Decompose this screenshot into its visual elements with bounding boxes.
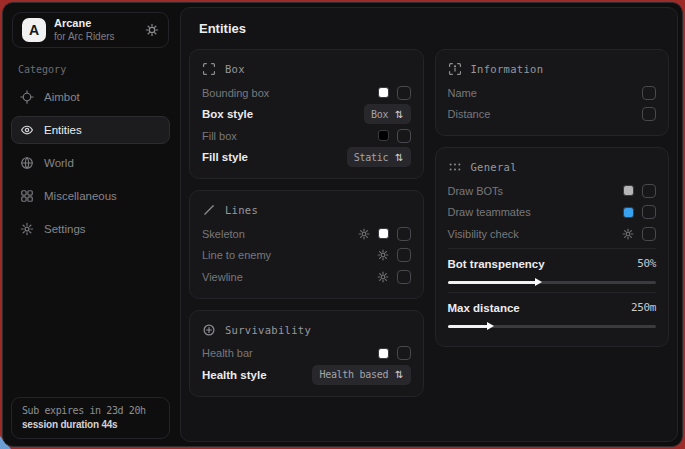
globe-icon — [20, 156, 34, 170]
color-swatch[interactable] — [378, 228, 389, 239]
panel-title: Lines — [225, 204, 258, 216]
setting-label: Fill box — [202, 130, 237, 142]
setting-row-box-style: Box style Box ⇅ — [202, 104, 411, 126]
sidebar-item-label: Miscellaneous — [44, 190, 117, 202]
slider-thumb[interactable] — [487, 322, 494, 330]
row-gear-icon[interactable] — [377, 249, 389, 261]
category-label: Category — [18, 64, 178, 75]
panel-title: Information — [471, 63, 544, 75]
color-swatch[interactable] — [378, 130, 389, 141]
box-style-select[interactable]: Box ⇅ — [364, 104, 411, 124]
sidebar-item-world[interactable]: World — [11, 149, 170, 177]
checkbox[interactable] — [397, 270, 411, 284]
row-gear-icon[interactable] — [377, 271, 389, 283]
panel-title: Survivability — [225, 324, 311, 336]
setting-label: Draw teammates — [448, 206, 531, 218]
checkbox[interactable] — [642, 205, 656, 219]
color-swatch[interactable] — [623, 207, 634, 218]
setting-label: Bounding box — [202, 87, 269, 99]
setting-label: Bot transpenency — [448, 258, 545, 270]
setting-label: Name — [448, 87, 477, 99]
row-gear-icon[interactable] — [358, 228, 370, 240]
sidebar-item-miscellaneous[interactable]: Miscellaneous — [11, 182, 170, 210]
setting-row-visibility-check: Visibility check — [448, 223, 657, 245]
setting-row-health-bar: Health bar — [202, 343, 411, 365]
setting-label: Max distance — [448, 302, 520, 314]
sidebar-item-label: Settings — [44, 223, 86, 235]
setting-row-distance: Distance — [448, 104, 657, 126]
circle-plus-icon — [202, 323, 216, 337]
setting-row-draw-bots: Draw BOTs — [448, 180, 657, 202]
setting-row-bounding-box: Bounding box — [202, 82, 411, 104]
panel-information: Information Name Distance — [435, 49, 670, 136]
sub-expiry-text: Sub expires in 23d 20h — [22, 405, 159, 416]
setting-label: Box style — [202, 108, 253, 120]
checkbox[interactable] — [397, 346, 411, 360]
sidebar-nav: Aimbot Entities World — [3, 83, 178, 243]
max-distance-slider[interactable] — [448, 325, 657, 328]
sidebar-item-label: Entities — [44, 124, 82, 136]
checkbox[interactable] — [397, 227, 411, 241]
app-logo-avatar: A — [22, 18, 46, 42]
left-column: Box Bounding box Box style Box ⇅ — [189, 49, 424, 408]
setting-row-fill-style: Fill style Static ⇅ — [202, 147, 411, 169]
checkbox[interactable] — [642, 227, 656, 241]
setting-row-fill-box: Fill box — [202, 125, 411, 147]
updown-arrows-icon: ⇅ — [395, 109, 403, 120]
checkbox[interactable] — [397, 248, 411, 262]
setting-label: Distance — [448, 108, 491, 120]
setting-label: Draw BOTs — [448, 185, 504, 197]
session-duration-text: session duration 44s — [22, 419, 159, 430]
main-content: Entities Box Bounding box — [180, 7, 678, 442]
info-frame-icon — [448, 62, 462, 76]
crosshair-icon — [20, 90, 34, 104]
fill-style-select[interactable]: Static ⇅ — [347, 147, 411, 167]
color-swatch[interactable] — [378, 348, 389, 359]
row-gear-icon[interactable] — [622, 228, 634, 240]
setting-row-draw-teammates: Draw teammates — [448, 202, 657, 224]
checkbox[interactable] — [642, 86, 656, 100]
slider-value: 250m — [631, 301, 656, 314]
checkbox[interactable] — [397, 129, 411, 143]
updown-arrows-icon: ⇅ — [395, 369, 403, 380]
panel-title: Box — [225, 63, 245, 75]
sidebar: A Arcane for Arc Riders Category — [3, 3, 178, 446]
sidebar-item-settings[interactable]: Settings — [11, 215, 170, 243]
eye-icon — [20, 123, 34, 137]
checkbox[interactable] — [397, 86, 411, 100]
checkbox[interactable] — [642, 107, 656, 121]
dots-grid-icon — [448, 160, 462, 174]
setting-label: Skeleton — [202, 228, 245, 240]
select-value: Health based — [319, 369, 388, 380]
setting-row-bot-transparency: Bot transpenency 50% — [448, 248, 657, 284]
box-corners-icon — [202, 62, 216, 76]
setting-label: Fill style — [202, 151, 248, 163]
color-swatch[interactable] — [623, 185, 634, 196]
setting-label: Viewline — [202, 271, 243, 283]
select-value: Box — [371, 109, 388, 120]
app-window: A Arcane for Arc Riders Category — [2, 2, 683, 447]
setting-row-health-style: Health style Health based ⇅ — [202, 364, 411, 386]
diagonal-line-icon — [202, 203, 216, 217]
color-swatch[interactable] — [378, 87, 389, 98]
sidebar-item-label: Aimbot — [44, 91, 80, 103]
select-value: Static — [354, 152, 388, 163]
panel-general: General Draw BOTs Draw teammates — [435, 147, 670, 347]
setting-label: Health style — [202, 369, 267, 381]
bot-transparency-slider[interactable] — [448, 281, 657, 284]
setting-row-max-distance: Max distance 250m — [448, 292, 657, 328]
sync-gear-icon[interactable] — [145, 23, 159, 37]
sidebar-item-label: World — [44, 157, 74, 169]
subscription-card: Sub expires in 23d 20h session duration … — [11, 397, 170, 439]
setting-label: Line to enemy — [202, 249, 271, 261]
updown-arrows-icon: ⇅ — [395, 152, 403, 163]
setting-row-name: Name — [448, 82, 657, 104]
sidebar-item-entities[interactable]: Entities — [11, 116, 170, 144]
page-title: Entities — [199, 21, 677, 36]
checkbox[interactable] — [642, 184, 656, 198]
app-subtitle: for Arc Riders — [54, 31, 115, 44]
slider-thumb[interactable] — [535, 278, 542, 286]
sidebar-item-aimbot[interactable]: Aimbot — [11, 83, 170, 111]
setting-label: Visibility check — [448, 228, 519, 240]
health-style-select[interactable]: Health based ⇅ — [312, 365, 410, 385]
